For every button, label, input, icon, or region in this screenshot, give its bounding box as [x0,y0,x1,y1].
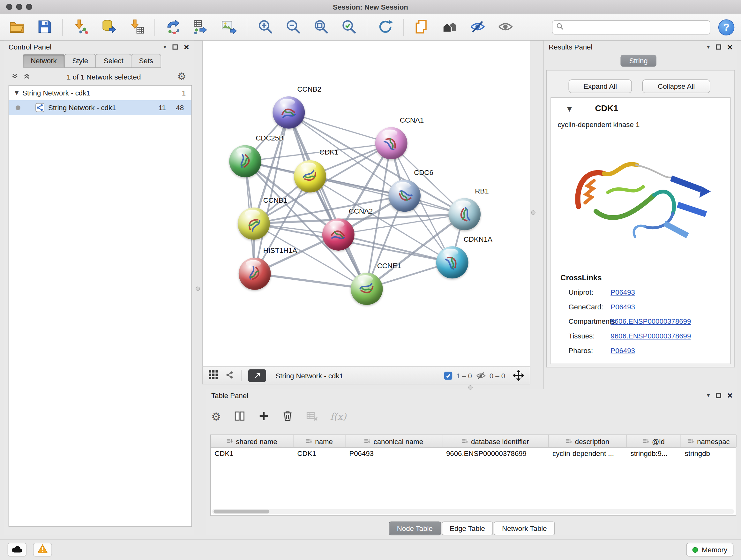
tab-network-table[interactable]: Network Table [494,521,555,535]
export-image-button[interactable] [219,17,239,37]
selected-checkbox-icon[interactable] [444,371,452,379]
import-network-file-button[interactable] [71,17,91,37]
column-header--id[interactable]: @id [627,435,681,447]
tab-select[interactable]: Select [96,54,131,68]
left-splitter-handle[interactable] [196,287,200,291]
panel-menu-icon[interactable]: ▾ [163,44,166,50]
table-cell[interactable]: CDK1 [293,448,346,460]
float-panel-icon[interactable] [716,393,721,398]
scrollbar-thumb[interactable] [213,509,269,513]
show-details-button[interactable] [495,17,515,37]
warnings-button[interactable] [33,543,52,557]
table-cell[interactable]: stringdb [681,448,737,460]
gene-section-header[interactable]: ▼ CDK1 [551,103,730,117]
close-panel-icon[interactable]: × [727,393,732,398]
collapse-gene-icon[interactable]: ▼ [567,105,572,112]
network-node-ccna1[interactable] [375,127,408,159]
table-cell[interactable]: CDK1 [211,448,293,460]
hide-details-button[interactable] [468,17,487,37]
network-from-selection-button[interactable] [163,17,183,37]
table-options-gear-icon[interactable]: ⚙ [211,411,221,422]
float-panel-icon[interactable] [172,44,178,49]
tab-sets[interactable]: Sets [131,54,161,68]
right-splitter-handle[interactable] [531,210,536,214]
network-node-cdkn1a[interactable] [436,246,468,279]
crosslink-link[interactable]: P06493 [610,288,635,296]
column-header-namespac[interactable]: namespac [681,435,737,447]
column-header-canonical-name[interactable]: canonical name [346,435,443,447]
collapse-all-button[interactable]: Collapse All [643,79,711,93]
column-header-shared-name[interactable]: shared name [211,435,293,447]
delete-column-trash-icon[interactable] [281,410,293,423]
create-column-plus-icon[interactable] [258,410,269,423]
network-canvas[interactable]: CCNB2CCNA1CDC25BCDK1CDC6RB1CCNB1CCNA2CDK… [202,41,530,366]
crosslink-link[interactable]: P06493 [610,303,635,311]
zoom-selected-button[interactable] [339,17,359,37]
horizontal-splitter-handle[interactable] [468,385,473,389]
copy-documents-button[interactable] [412,17,431,37]
network-edge-ccnb2-ccne1[interactable] [288,113,366,289]
import-network-database-button[interactable] [99,17,119,37]
tab-edge-table[interactable]: Edge Table [442,521,493,535]
table-cell[interactable]: P06493 [346,448,443,460]
open-in-window-button[interactable] [248,369,266,382]
table-cell[interactable]: stringdb:9... [627,448,681,460]
network-node-ccna2[interactable] [322,219,354,251]
cloud-status-button[interactable] [8,543,26,557]
network-node-cdc6[interactable] [388,180,421,212]
expand-all-button[interactable]: Expand All [569,79,632,93]
column-header-database-identifier[interactable]: database identifier [442,435,549,447]
network-edge-hist1h1a-ccne1[interactable] [255,273,366,289]
show-columns-icon[interactable] [233,410,246,423]
collection-expand-icon[interactable]: ▼ [15,90,19,96]
crosslink-link[interactable]: P06493 [610,347,635,354]
save-session-button[interactable] [35,17,54,37]
tab-string[interactable]: String [620,55,657,67]
pan-crosshair-icon[interactable] [513,370,524,381]
birds-eye-view-button[interactable] [440,17,459,37]
help-button[interactable]: ? [718,19,734,35]
expand-all-networks-icon[interactable] [11,72,18,80]
tab-node-table[interactable]: Node Table [389,521,441,535]
zoom-out-button[interactable] [283,17,303,37]
memory-button[interactable]: Memory [686,543,733,557]
close-panel-icon[interactable]: × [727,44,732,49]
table-cell[interactable]: 9606.ENSP00000378699 [442,448,549,460]
network-collection-row[interactable]: ▼ String Network - cdk1 1 [9,85,192,100]
tab-style[interactable]: Style [64,54,96,68]
network-node-ccnb1[interactable] [238,207,270,240]
zoom-in-button[interactable] [255,17,275,37]
table-row[interactable]: CDK1CDK1P064939606.ENSP00000378699cyclin… [211,448,736,460]
column-sort-icon [364,438,371,444]
network-node-hist1h1a[interactable] [239,258,271,290]
table-cell[interactable]: cyclin-dependent ... [549,448,626,460]
crosslink-link[interactable]: 9606.ENSP00000378699 [610,317,691,325]
grid-view-icon[interactable] [208,370,218,381]
panel-menu-icon[interactable]: ▾ [707,392,710,399]
column-header-name[interactable]: name [293,435,346,447]
network-node-ccne1[interactable] [351,273,383,305]
network-row[interactable]: String Network - cdk1 11 48 [9,100,192,115]
network-node-rb1[interactable] [448,198,481,230]
column-header-description[interactable]: description [549,435,626,447]
import-table-file-button[interactable] [127,17,146,37]
crosslink-link[interactable]: 9606.ENSP00000378699 [610,332,691,340]
network-options-gear-icon[interactable]: ⚙ [178,71,186,81]
close-panel-icon[interactable]: × [184,44,189,49]
collapse-all-networks-icon[interactable] [23,72,30,80]
search-input[interactable] [567,23,706,31]
network-node-ccnb2[interactable] [273,97,305,129]
float-panel-icon[interactable] [716,44,721,49]
zoom-fit-button[interactable] [311,17,331,37]
titlebar: Session: New Session [0,0,741,14]
new-network-table-button[interactable] [191,17,211,37]
horizontal-scrollbar[interactable] [212,509,734,514]
search-box[interactable] [552,20,711,34]
open-session-button[interactable] [7,17,26,37]
network-node-cdk1[interactable] [294,160,326,192]
panel-menu-icon[interactable]: ▾ [707,44,710,50]
share-network-icon[interactable] [225,370,234,381]
tab-network[interactable]: Network [23,54,65,68]
network-node-cdc25b[interactable] [229,145,261,178]
refresh-layout-button[interactable] [375,17,395,37]
